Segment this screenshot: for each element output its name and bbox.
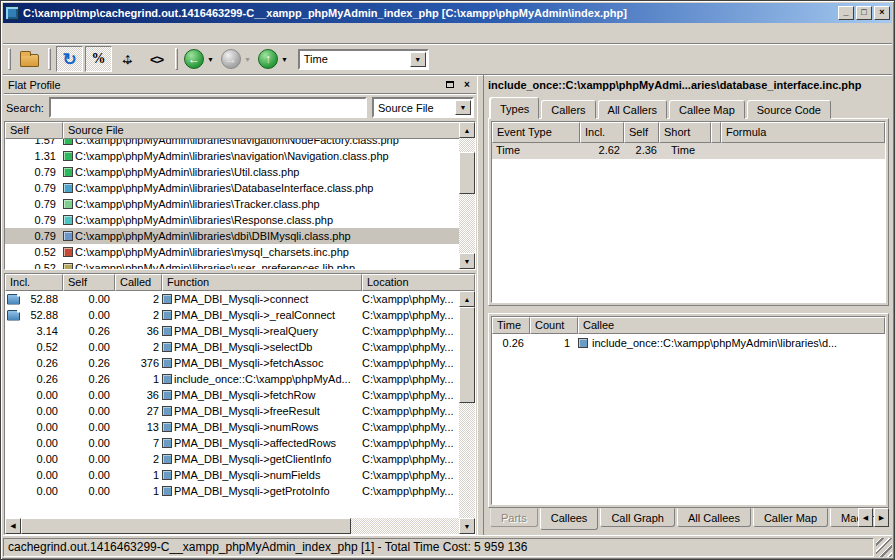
- table-row[interactable]: 0.00 0.00 36 PMA_DBI_Mysqli->fetchRow C:…: [5, 387, 475, 403]
- up-button[interactable]: ↑: [258, 49, 278, 69]
- bottom-tab[interactable]: All Callees: [677, 508, 751, 527]
- scroll-track[interactable]: [459, 138, 475, 152]
- detail-tab[interactable]: All Callers: [598, 100, 668, 119]
- close-button[interactable]: ×: [874, 6, 890, 20]
- scroll-left-icon[interactable]: ◀: [5, 518, 21, 534]
- title-bar[interactable]: C:\xampp\tmp\cachegrind.out.1416463299-C…: [3, 3, 892, 23]
- up-dropdown[interactable]: ▼: [278, 56, 291, 63]
- table-row[interactable]: 0.79 C:\xampp\phpMyAdmin\libraries\Util.…: [5, 164, 475, 180]
- toolbar-handle[interactable]: [175, 48, 178, 70]
- scroll-down-icon[interactable]: ▼: [459, 518, 475, 534]
- column-header-incl[interactable]: Incl.: [5, 274, 63, 291]
- table-row[interactable]: 0.26 0.26 376 PMA_DBI_Mysqli->fetchAssoc…: [5, 355, 475, 371]
- detail-tab[interactable]: Callers: [541, 100, 595, 119]
- menu-item[interactable]: [71, 30, 87, 36]
- table-row[interactable]: 0.79 C:\xampp\phpMyAdmin\libraries\Respo…: [5, 212, 475, 228]
- table-row[interactable]: 0.52 0.00 2 PMA_DBI_Mysqli->selectDb C:\…: [5, 339, 475, 355]
- dropdown-arrow-icon[interactable]: ▼: [455, 100, 471, 115]
- maximize-button[interactable]: □: [856, 6, 872, 20]
- scroll-track[interactable]: [459, 403, 475, 518]
- dropdown-arrow-icon[interactable]: ▼: [410, 52, 426, 67]
- table-row[interactable]: 0.26 1 include_once::C:\xampp\phpMyAdmin…: [492, 334, 885, 351]
- search-input[interactable]: [49, 97, 367, 118]
- table-row[interactable]: 1.31 C:\xampp\phpMyAdmin\libraries\navig…: [5, 148, 475, 164]
- group-by-selector[interactable]: Source File ▼: [372, 97, 474, 118]
- vertical-scrollbar[interactable]: ▲ ▼: [459, 122, 475, 269]
- table-row[interactable]: 3.14 0.26 36 PMA_DBI_Mysqli->realQuery C…: [5, 323, 475, 339]
- scroll-thumb[interactable]: [21, 518, 351, 534]
- tab-scroll-right-icon[interactable]: ▶: [874, 508, 889, 527]
- table-row[interactable]: 0.79 C:\xampp\phpMyAdmin\libraries\dbi\D…: [5, 228, 475, 244]
- column-header-location[interactable]: Location: [362, 274, 475, 291]
- float-dock-button[interactable]: [443, 78, 457, 91]
- table-row[interactable]: 0.00 0.00 7 PMA_DBI_Mysqli->affectedRows…: [5, 435, 475, 451]
- table-row[interactable]: 0.00 0.00 1 PMA_DBI_Mysqli->numFields C:…: [5, 467, 475, 483]
- column-header-formula[interactable]: Formula: [721, 122, 885, 143]
- column-header-self[interactable]: Self: [624, 122, 659, 143]
- event-type-selector[interactable]: Time ▼: [298, 49, 429, 70]
- relative-cost-button[interactable]: <>: [143, 46, 170, 72]
- main-area: Flat Profile × Search: Source File ▼ Sel…: [3, 75, 892, 535]
- column-header-source-file[interactable]: Source File: [63, 122, 475, 139]
- close-dock-button[interactable]: ×: [460, 78, 474, 91]
- table-row[interactable]: 0.52 C:\xampp\phpMyAdmin\libraries\user_…: [5, 260, 475, 269]
- file-path: C:\xampp\phpMyAdmin\libraries\Util.class…: [75, 165, 299, 180]
- back-dropdown[interactable]: ▼: [204, 56, 217, 63]
- minimize-button[interactable]: _: [838, 6, 854, 20]
- detail-tab[interactable]: Source Code: [747, 100, 831, 119]
- bottom-tab[interactable]: Parts: [490, 508, 538, 527]
- scroll-up-icon[interactable]: ▲: [459, 291, 475, 307]
- menu-item[interactable]: [55, 30, 71, 36]
- table-row[interactable]: 0.79 C:\xampp\phpMyAdmin\libraries\Datab…: [5, 180, 475, 196]
- table-row[interactable]: 0.26 0.26 1 include_once::C:\xampp\phpMy…: [5, 371, 475, 387]
- bottom-tab[interactable]: Caller Map: [753, 508, 828, 527]
- toolbar-handle[interactable]: [8, 48, 11, 70]
- toolbar-handle[interactable]: [48, 48, 51, 70]
- column-header-self[interactable]: Self: [5, 122, 63, 139]
- bottom-tab[interactable]: Callees: [540, 508, 599, 530]
- open-file-button[interactable]: [16, 46, 43, 72]
- column-header-callee[interactable]: Callee: [578, 317, 885, 334]
- column-header-incl[interactable]: Incl.: [580, 122, 624, 143]
- scroll-track[interactable]: [459, 194, 475, 253]
- column-header-self[interactable]: Self: [63, 274, 115, 291]
- menu-item[interactable]: [39, 30, 55, 36]
- tab-scroll-left-icon[interactable]: ◀: [858, 508, 873, 527]
- column-header-called[interactable]: Called: [115, 274, 162, 291]
- table-row[interactable]: 0.00 0.00 2 PMA_DBI_Mysqli->getClientInf…: [5, 451, 475, 467]
- detail-tab[interactable]: Callee Map: [669, 100, 745, 119]
- expand-areas-button[interactable]: ↔ ↕: [114, 46, 141, 72]
- horizontal-scrollbar[interactable]: ◀ ▶: [5, 518, 475, 534]
- table-row[interactable]: 52.88 0.00 2 PMA_DBI_Mysqli->_realConnec…: [5, 307, 475, 323]
- bottom-tab[interactable]: Call Graph: [600, 508, 675, 527]
- cycle-detection-button[interactable]: ↻: [56, 46, 83, 72]
- table-row[interactable]: 0.52 C:\xampp\phpMyAdmin\libraries\mysql…: [5, 244, 475, 260]
- column-header-time[interactable]: Time: [492, 317, 530, 334]
- forward-button[interactable]: →: [221, 49, 241, 69]
- table-row[interactable]: 0.79 C:\xampp\phpMyAdmin\libraries\Track…: [5, 196, 475, 212]
- percentage-button[interactable]: %: [85, 46, 112, 72]
- scroll-up-icon[interactable]: ▲: [459, 122, 475, 138]
- forward-dropdown[interactable]: ▼: [241, 56, 254, 63]
- column-header-function[interactable]: Function: [162, 274, 362, 291]
- resize-grip-icon[interactable]: [876, 538, 892, 557]
- panel-splitter[interactable]: [477, 75, 484, 535]
- menu-item[interactable]: [23, 30, 39, 36]
- scroll-track[interactable]: [351, 518, 459, 534]
- column-header-event-type[interactable]: Event Type: [492, 122, 580, 143]
- column-header-short[interactable]: Short: [659, 122, 711, 143]
- scroll-down-icon[interactable]: ▼: [459, 253, 475, 269]
- table-row[interactable]: 1.57 C:\xampp\phpMyAdmin\libraries\navig…: [5, 139, 475, 148]
- table-row[interactable]: 0.00 0.00 27 PMA_DBI_Mysqli->freeResult …: [5, 403, 475, 419]
- vertical-scrollbar[interactable]: ▲ ▼: [459, 291, 475, 534]
- detail-tab[interactable]: Types: [490, 97, 539, 119]
- back-button[interactable]: ←: [184, 49, 204, 69]
- scroll-thumb[interactable]: [459, 307, 475, 403]
- table-row[interactable]: 0.00 0.00 1 PMA_DBI_Mysqli->getProtoInfo…: [5, 483, 475, 499]
- table-row[interactable]: 52.88 0.00 2 PMA_DBI_Mysqli->connect C:\…: [5, 291, 475, 307]
- menu-item[interactable]: [7, 30, 23, 36]
- table-row[interactable]: Time 2.62 2.36 Time: [492, 143, 885, 159]
- column-header-count[interactable]: Count: [530, 317, 578, 334]
- scroll-thumb[interactable]: [459, 152, 475, 194]
- table-row[interactable]: 0.00 0.00 13 PMA_DBI_Mysqli->numRows C:\…: [5, 419, 475, 435]
